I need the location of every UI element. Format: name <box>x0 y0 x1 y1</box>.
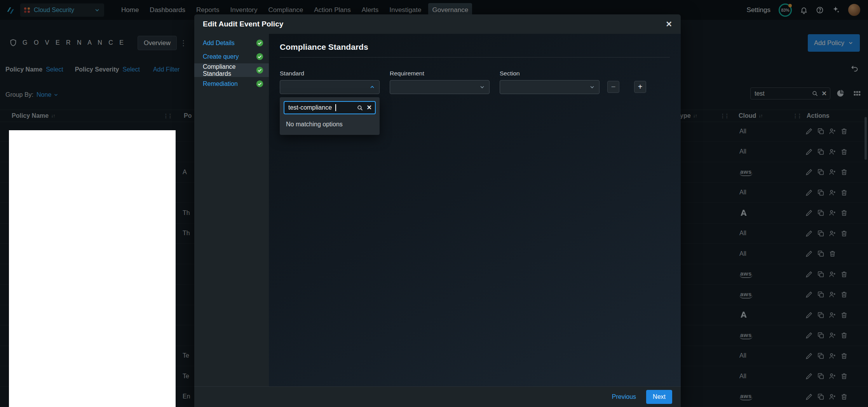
chevron-down-icon <box>589 84 595 90</box>
step-compliance-standards[interactable]: Compliance Standards <box>194 63 269 77</box>
app-screen: Cloud Security HomeDashboardsReportsInve… <box>0 0 868 407</box>
previous-button[interactable]: Previous <box>608 390 640 404</box>
chevron-up-icon <box>369 84 375 90</box>
remove-standard-button[interactable]: − <box>607 81 619 93</box>
clear-search-icon[interactable]: ✕ <box>367 105 372 111</box>
standard-select[interactable] <box>280 80 380 94</box>
wizard-steps: Add DetailsCreate queryCompliance Standa… <box>194 34 269 386</box>
requirement-field: Requirement <box>390 70 490 94</box>
step-label: Remediation <box>203 80 238 87</box>
section-field: Section <box>500 70 600 94</box>
step-create-query[interactable]: Create query <box>194 50 269 63</box>
standard-field: Standard test-compliance <box>280 70 380 94</box>
check-circle-icon <box>256 66 263 74</box>
check-circle-icon <box>256 39 263 47</box>
modal-body: Add DetailsCreate queryCompliance Standa… <box>194 34 681 386</box>
divider <box>280 57 670 58</box>
modal-footer: Previous Next <box>194 386 681 407</box>
add-standard-button[interactable]: + <box>634 81 646 93</box>
redacted-area <box>9 130 176 407</box>
modal-header: Edit Audit Event Policy ✕ <box>194 14 681 34</box>
section-select[interactable] <box>500 80 600 94</box>
dropdown-search-input[interactable]: test-compliance ✕ <box>284 101 376 114</box>
no-options-message: No matching options <box>284 114 376 131</box>
compliance-fields-row: Standard test-compliance <box>280 70 670 94</box>
standard-dropdown-panel: test-compliance ✕ No matching options <box>280 97 380 135</box>
modal-title: Edit Audit Event Policy <box>203 20 283 28</box>
text-caret <box>335 104 336 111</box>
requirement-select[interactable] <box>390 80 490 94</box>
chevron-down-icon <box>479 84 485 90</box>
next-button[interactable]: Next <box>646 390 672 404</box>
close-icon[interactable]: ✕ <box>666 19 672 29</box>
requirement-label: Requirement <box>390 70 490 77</box>
step-remediation[interactable]: Remediation <box>194 77 269 91</box>
standard-label: Standard <box>280 70 380 77</box>
search-icon[interactable] <box>357 105 363 111</box>
step-add-details[interactable]: Add Details <box>194 36 269 50</box>
section-label: Section <box>500 70 600 77</box>
step-label: Compliance Standards <box>203 63 256 77</box>
modal-content: Compliance Standards Standard test-compl… <box>269 34 681 386</box>
step-label: Add Details <box>203 40 235 47</box>
edit-audit-event-policy-modal: Edit Audit Event Policy ✕ Add DetailsCre… <box>194 14 681 407</box>
check-circle-icon <box>256 53 263 60</box>
step-label: Create query <box>203 53 239 60</box>
section-heading: Compliance Standards <box>280 42 670 52</box>
check-circle-icon <box>256 80 263 87</box>
dropdown-search-value: test-compliance <box>288 104 332 111</box>
